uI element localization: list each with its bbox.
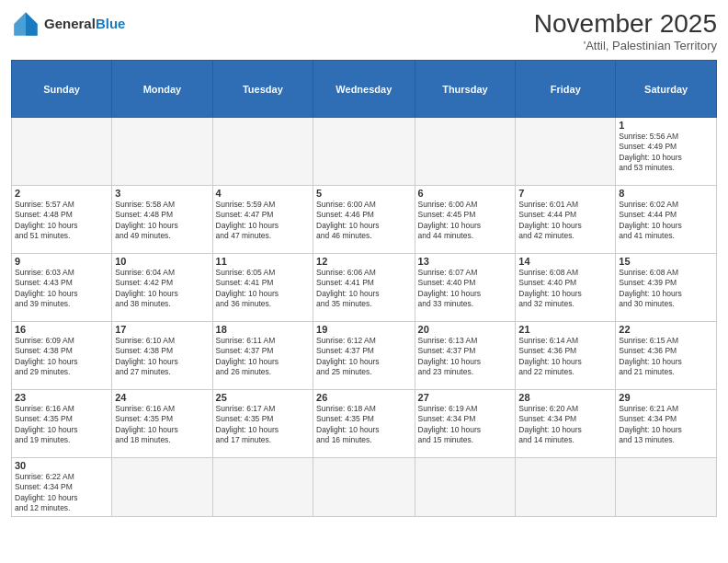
calendar-cell: [112, 458, 212, 517]
day-info: Sunrise: 6:22 AM Sunset: 4:34 PM Dayligh…: [15, 472, 108, 514]
day-info: Sunrise: 6:19 AM Sunset: 4:34 PM Dayligh…: [418, 404, 513, 446]
day-number: 14: [518, 256, 612, 267]
day-info: Sunrise: 6:10 AM Sunset: 4:38 PM Dayligh…: [115, 336, 209, 378]
day-number: 12: [316, 256, 411, 267]
calendar-cell: 1Sunrise: 5:56 AM Sunset: 4:49 PM Daylig…: [616, 118, 717, 186]
day-number: 24: [115, 392, 209, 403]
calendar-cell: 15Sunrise: 6:08 AM Sunset: 4:39 PM Dayli…: [616, 254, 717, 322]
location: 'Attil, Palestinian Territory: [534, 39, 717, 52]
calendar-cell: 25Sunrise: 6:17 AM Sunset: 4:35 PM Dayli…: [212, 390, 313, 458]
logo-text: GeneralBlue: [44, 17, 125, 32]
day-number: 10: [115, 256, 209, 267]
day-number: 13: [418, 256, 513, 267]
calendar-cell: 3Sunrise: 5:58 AM Sunset: 4:48 PM Daylig…: [112, 186, 212, 254]
calendar-cell: 7Sunrise: 6:01 AM Sunset: 4:44 PM Daylig…: [516, 186, 616, 254]
calendar-cell: 22Sunrise: 6:15 AM Sunset: 4:36 PM Dayli…: [616, 322, 717, 390]
day-info: Sunrise: 6:14 AM Sunset: 4:36 PM Dayligh…: [518, 336, 612, 378]
calendar-cell: 27Sunrise: 6:19 AM Sunset: 4:34 PM Dayli…: [415, 390, 516, 458]
day-info: Sunrise: 6:11 AM Sunset: 4:37 PM Dayligh…: [216, 336, 310, 378]
day-info: Sunrise: 6:08 AM Sunset: 4:39 PM Dayligh…: [619, 268, 713, 310]
day-number: 28: [518, 392, 612, 403]
day-info: Sunrise: 6:03 AM Sunset: 4:43 PM Dayligh…: [15, 268, 108, 310]
calendar-cell: 20Sunrise: 6:13 AM Sunset: 4:37 PM Dayli…: [415, 322, 516, 390]
day-info: Sunrise: 6:01 AM Sunset: 4:44 PM Dayligh…: [518, 200, 612, 242]
calendar-cell: 18Sunrise: 6:11 AM Sunset: 4:37 PM Dayli…: [212, 322, 313, 390]
day-info: Sunrise: 6:05 AM Sunset: 4:41 PM Dayligh…: [216, 268, 310, 310]
calendar-cell: 16Sunrise: 6:09 AM Sunset: 4:38 PM Dayli…: [12, 322, 112, 390]
calendar-cell: 26Sunrise: 6:18 AM Sunset: 4:35 PM Dayli…: [313, 390, 415, 458]
day-info: Sunrise: 6:17 AM Sunset: 4:35 PM Dayligh…: [216, 404, 310, 446]
day-info: Sunrise: 6:07 AM Sunset: 4:40 PM Dayligh…: [418, 268, 513, 310]
day-info: Sunrise: 6:15 AM Sunset: 4:36 PM Dayligh…: [619, 336, 713, 378]
calendar-cell: 24Sunrise: 6:16 AM Sunset: 4:35 PM Dayli…: [112, 390, 212, 458]
calendar-cell: 17Sunrise: 6:10 AM Sunset: 4:38 PM Dayli…: [112, 322, 212, 390]
calendar-cell: 12Sunrise: 6:06 AM Sunset: 4:41 PM Dayli…: [313, 254, 415, 322]
calendar-cell: [415, 118, 516, 186]
calendar-cell: 30Sunrise: 6:22 AM Sunset: 4:34 PM Dayli…: [12, 458, 112, 517]
title-block: November 2025 'Attil, Palestinian Territ…: [534, 9, 717, 52]
calendar-cell: [415, 458, 516, 517]
calendar-cell: 28Sunrise: 6:20 AM Sunset: 4:34 PM Dayli…: [516, 390, 616, 458]
day-number: 4: [216, 188, 310, 199]
svg-marker-0: [26, 12, 38, 24]
header-thursday: Thursday: [415, 61, 516, 118]
calendar-cell: 8Sunrise: 6:02 AM Sunset: 4:44 PM Daylig…: [616, 186, 717, 254]
day-info: Sunrise: 6:16 AM Sunset: 4:35 PM Dayligh…: [115, 404, 209, 446]
day-number: 29: [619, 392, 713, 403]
day-header-row: Sunday Monday Tuesday Wednesday Thursday…: [12, 61, 717, 118]
header: GeneralBlue November 2025 'Attil, Palest…: [11, 9, 717, 52]
month-title: November 2025: [534, 9, 717, 39]
logo: GeneralBlue: [11, 9, 125, 39]
day-info: Sunrise: 6:16 AM Sunset: 4:35 PM Dayligh…: [15, 404, 108, 446]
calendar-cell: 23Sunrise: 6:16 AM Sunset: 4:35 PM Dayli…: [12, 390, 112, 458]
calendar-cell: 21Sunrise: 6:14 AM Sunset: 4:36 PM Dayli…: [516, 322, 616, 390]
day-number: 11: [216, 256, 310, 267]
day-number: 2: [15, 188, 108, 199]
logo-icon: [11, 9, 40, 39]
day-info: Sunrise: 6:08 AM Sunset: 4:40 PM Dayligh…: [518, 268, 612, 310]
calendar-week-5: 30Sunrise: 6:22 AM Sunset: 4:34 PM Dayli…: [12, 458, 717, 517]
day-info: Sunrise: 6:06 AM Sunset: 4:41 PM Dayligh…: [316, 268, 411, 310]
day-number: 26: [316, 392, 411, 403]
svg-marker-1: [26, 24, 38, 36]
day-info: Sunrise: 6:02 AM Sunset: 4:44 PM Dayligh…: [619, 200, 713, 242]
day-number: 23: [15, 392, 108, 403]
calendar-cell: 5Sunrise: 6:00 AM Sunset: 4:46 PM Daylig…: [313, 186, 415, 254]
logo-general: General: [44, 16, 96, 31]
day-info: Sunrise: 6:09 AM Sunset: 4:38 PM Dayligh…: [15, 336, 108, 378]
calendar-cell: [12, 118, 112, 186]
day-number: 19: [316, 324, 411, 335]
day-info: Sunrise: 5:58 AM Sunset: 4:48 PM Dayligh…: [115, 200, 209, 242]
day-info: Sunrise: 6:12 AM Sunset: 4:37 PM Dayligh…: [316, 336, 411, 378]
day-info: Sunrise: 6:13 AM Sunset: 4:37 PM Dayligh…: [418, 336, 513, 378]
day-info: Sunrise: 6:00 AM Sunset: 4:46 PM Dayligh…: [316, 200, 411, 242]
header-sunday: Sunday: [12, 61, 112, 118]
day-number: 25: [216, 392, 310, 403]
day-number: 5: [316, 188, 411, 199]
day-number: 1: [619, 120, 713, 131]
day-number: 3: [115, 188, 209, 199]
day-info: Sunrise: 5:59 AM Sunset: 4:47 PM Dayligh…: [216, 200, 310, 242]
calendar-week-0: 1Sunrise: 5:56 AM Sunset: 4:49 PM Daylig…: [12, 118, 717, 186]
day-info: Sunrise: 6:04 AM Sunset: 4:42 PM Dayligh…: [115, 268, 209, 310]
day-number: 22: [619, 324, 713, 335]
logo-blue: Blue: [96, 16, 126, 31]
calendar-cell: [212, 118, 313, 186]
day-number: 17: [115, 324, 209, 335]
calendar-week-4: 23Sunrise: 6:16 AM Sunset: 4:35 PM Dayli…: [12, 390, 717, 458]
calendar-cell: [616, 458, 717, 517]
day-info: Sunrise: 5:57 AM Sunset: 4:48 PM Dayligh…: [15, 200, 108, 242]
header-saturday: Saturday: [616, 61, 717, 118]
header-wednesday: Wednesday: [313, 61, 415, 118]
calendar-cell: 10Sunrise: 6:04 AM Sunset: 4:42 PM Dayli…: [112, 254, 212, 322]
day-info: Sunrise: 6:18 AM Sunset: 4:35 PM Dayligh…: [316, 404, 411, 446]
calendar-cell: [212, 458, 313, 517]
day-number: 6: [418, 188, 513, 199]
svg-marker-2: [14, 12, 26, 36]
day-number: 20: [418, 324, 513, 335]
calendar-cell: 6Sunrise: 6:00 AM Sunset: 4:45 PM Daylig…: [415, 186, 516, 254]
header-tuesday: Tuesday: [212, 61, 313, 118]
calendar-week-1: 2Sunrise: 5:57 AM Sunset: 4:48 PM Daylig…: [12, 186, 717, 254]
calendar-cell: 29Sunrise: 6:21 AM Sunset: 4:34 PM Dayli…: [616, 390, 717, 458]
calendar-cell: 19Sunrise: 6:12 AM Sunset: 4:37 PM Dayli…: [313, 322, 415, 390]
